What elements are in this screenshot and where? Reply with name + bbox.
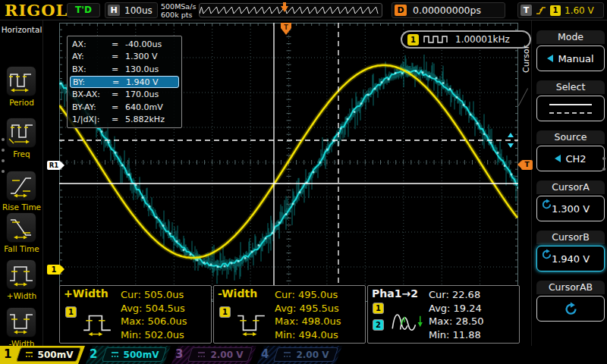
left-arrow-icon: [547, 55, 553, 62]
rising-edge-icon: [536, 5, 546, 16]
softkey-cursor-a[interactable]: CursorA 1.300 V: [536, 180, 605, 221]
cursor-row-ay: AY: = 1.300 V: [70, 51, 179, 64]
reference-marker: R1: [47, 161, 61, 170]
coupling-dc-icon: [110, 350, 120, 359]
rotate-knob-icon: [564, 302, 578, 316]
oscilloscope-screen: T R1 1 T AX: = -40.00us AY: = 1.300 V BX…: [0, 0, 607, 364]
plus-width-icon: [81, 309, 113, 339]
channel-1-status[interactable]: 1 500mV: [0, 346, 85, 364]
cursor-row-ax: AX: = -40.00us: [70, 38, 179, 51]
plus-width-icon[interactable]: [6, 259, 36, 290]
minus-width-icon[interactable]: [6, 307, 36, 337]
trigger-source-badge: 1: [550, 5, 561, 16]
preview-wave-icon: [200, 4, 382, 17]
freq-icon[interactable]: [6, 118, 36, 148]
channel-1-badge: 1: [373, 303, 384, 314]
trigger-t-badge: T: [521, 5, 532, 16]
cursor-row-bx: BX: = 130.0us: [70, 63, 179, 76]
cursor-menu-tab: Cursor: [521, 33, 532, 86]
cursor-row-byay: BY-AY: = 640.0mV: [70, 101, 179, 114]
channel-4-status[interactable]: 4 2.00 V: [257, 346, 342, 364]
horizontal-scale-box[interactable]: H 100us: [105, 2, 158, 18]
tab-edge: [518, 88, 528, 105]
measurement-panel-phase: Pha1→2 1 2 Cur: 22.68 Avg: 19.24 Max: 28…: [367, 285, 520, 344]
top-status-bar: RIGOL T'D H 100us 500MSa/s 600k pts D 0.…: [0, 0, 607, 20]
waveform-preview-strip[interactable]: [199, 3, 382, 17]
period-icon[interactable]: [6, 66, 36, 96]
softkey-mode[interactable]: Mode Manual: [536, 30, 605, 71]
channel-1-badge: 1: [65, 306, 77, 318]
measurement-panel-plus-width: +Width 1 Cur: 505.0us Avg: 504.5us Max: …: [59, 285, 212, 344]
fall-time-icon[interactable]: [6, 212, 36, 243]
coupling-dc-icon: [282, 350, 292, 359]
frequency-counter: 1 1.00001kHz: [401, 30, 531, 49]
cursor-line-style-icon: [549, 104, 592, 114]
page-dot: [602, 157, 605, 160]
cursor-row-freq: 1/|dX|: = 5.882kHz: [70, 114, 179, 127]
rotate-knob-icon: [541, 199, 552, 210]
trigger-settings-box[interactable]: T 1 1.60 V: [517, 2, 604, 18]
measurement-panel-minus-width: -Width 1 Cur: 495.0us Avg: 495.5us Max: …: [213, 285, 366, 344]
softkey-cursor-ab[interactable]: CursorAB: [536, 281, 605, 322]
rise-time-icon[interactable]: [6, 171, 36, 201]
channel-1-badge: 1: [219, 306, 231, 318]
scroll-dot: [2, 159, 5, 162]
softkey-cursor-b[interactable]: CursorB 1.940 V: [536, 231, 605, 271]
softkey-select[interactable]: Select: [536, 80, 605, 121]
channel-1-ground-marker[interactable]: 1: [47, 265, 61, 275]
coupling-dc-icon: [197, 350, 206, 359]
channel-2-badge: 2: [373, 319, 384, 331]
cursor-row-bxax: BX-AX: = 170.0us: [70, 88, 179, 101]
trigger-position-label: T: [284, 24, 288, 31]
measure-menu-title: Horizontal: [0, 25, 43, 34]
page-dot: [602, 168, 605, 171]
cursor-readout-panel: AX: = -40.00us AY: = 1.300 V BX: = 130.0…: [67, 36, 182, 128]
coupling-dc-icon: [24, 350, 34, 359]
left-arrow-icon: [555, 155, 561, 162]
left-measure-menu: Horizontal Period: [0, 20, 43, 346]
rigol-logo: RIGOL: [5, 1, 68, 20]
softkey-source[interactable]: Source CH2: [536, 130, 605, 171]
cursor-row-by-selected: BY: = 1.940 V: [70, 76, 179, 89]
square-wave-icon: [423, 35, 451, 44]
delay-d-badge: D: [395, 5, 407, 16]
channel-2-status[interactable]: 2 500mV: [86, 346, 171, 364]
scroll-dot: [2, 149, 5, 152]
trigger-status-badge: T'D: [67, 3, 100, 17]
scroll-dot: [2, 170, 5, 173]
channel-status-bar: 1 500mV 2 500: [0, 346, 607, 364]
channel-1-badge: 1: [407, 34, 419, 46]
trigger-level-marker[interactable]: T: [521, 160, 533, 170]
rotate-knob-icon: [541, 249, 552, 260]
delay-readout-box[interactable]: D 0.00000000ps: [392, 2, 505, 18]
scroll-dot: [2, 138, 5, 141]
channel-3-status[interactable]: 3 2.00 V: [171, 346, 256, 364]
trigger-position-pin-icon: [280, 2, 289, 13]
horizontal-h-badge: H: [108, 5, 120, 16]
sample-rate-readout: 500MSa/s 600k pts: [161, 2, 196, 19]
minus-width-icon: [235, 309, 267, 339]
cursor-menu: Cursor Mode Manual Select Source CH2: [531, 20, 607, 346]
phase-icon: [389, 304, 424, 337]
